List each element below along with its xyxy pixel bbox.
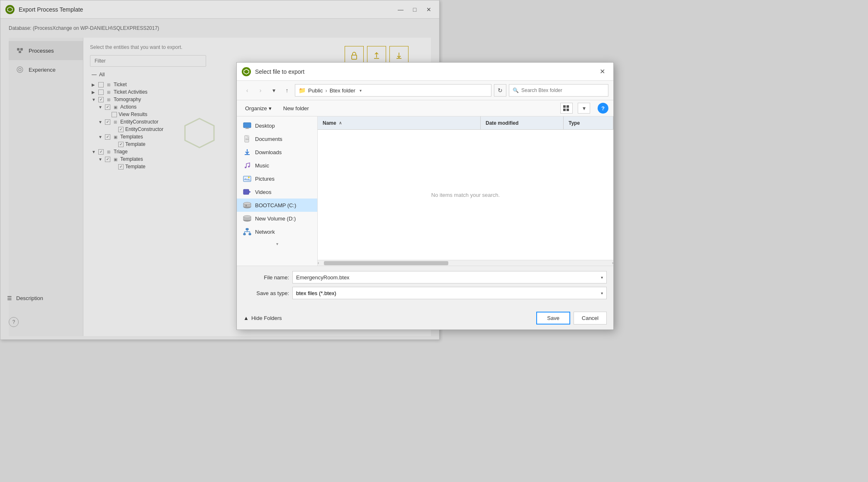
col-name-sort-icon: ∧ <box>339 121 342 125</box>
dialog-close-btn[interactable]: ✕ <box>596 65 608 78</box>
new-folder-label: New folder <box>283 105 309 111</box>
save-btn[interactable]: Save <box>536 312 570 325</box>
hide-folders-btn[interactable]: ▲ Hide Folders <box>243 315 282 321</box>
forward-btn[interactable]: › <box>255 85 266 96</box>
dialog-help-btn[interactable]: ? <box>598 103 608 114</box>
desktop-label: Desktop <box>255 123 275 129</box>
nav-bar: ‹ › ▾ ↑ 📁 Public › Btex folder ▾ ↻ 🔍 <box>237 81 613 100</box>
breadcrumb-current[interactable]: Btex folder <box>330 87 355 94</box>
view-btn[interactable] <box>560 103 573 114</box>
sidebar-item-network[interactable]: Network <box>237 225 317 238</box>
filename-dropdown-arrow[interactable]: ▾ <box>601 275 603 280</box>
svg-rect-15 <box>245 128 249 129</box>
svg-rect-11 <box>563 109 566 111</box>
file-content: Name ∧ Date modified Type No items match… <box>318 116 613 266</box>
downloads-label: Downloads <box>255 149 282 155</box>
organize-arrow: ▾ <box>269 105 272 111</box>
scroll-right-btn[interactable]: › <box>612 261 613 265</box>
music-label: Music <box>255 162 269 169</box>
hide-folders-arrow: ▲ <box>243 315 249 321</box>
dialog-footer: ▲ Hide Folders Save Cancel <box>237 308 613 329</box>
dialog-app-icon <box>242 67 251 76</box>
svg-rect-34 <box>243 233 246 235</box>
col-type-label: Type <box>569 120 580 126</box>
documents-label: Documents <box>255 136 282 142</box>
savetype-row: Save as type: btex files (*.btex) ▾ <box>243 287 607 299</box>
svg-point-29 <box>243 202 251 205</box>
col-name-label: Name <box>323 120 336 126</box>
dialog-bottom: File name: EmergencyRoom.btex ▾ Save as … <box>237 266 613 308</box>
search-icon: 🔍 <box>513 87 519 93</box>
svg-point-22 <box>248 166 250 167</box>
svg-marker-26 <box>249 191 251 193</box>
svg-rect-33 <box>246 228 248 230</box>
file-empty-area: No items match your search. <box>318 130 613 260</box>
new-folder-btn[interactable]: New folder <box>280 104 312 113</box>
hide-folders-label: Hide Folders <box>251 315 282 321</box>
dialog-title: Select file to export <box>255 68 596 75</box>
cancel-btn[interactable]: Cancel <box>574 312 607 325</box>
network-label: Network <box>255 229 275 235</box>
dialog-overlay: Select file to export ✕ ‹ › ▾ ↑ 📁 Public… <box>0 0 868 482</box>
scroll-left-btn[interactable]: ‹ <box>318 261 319 265</box>
file-content-header: Name ∧ Date modified Type <box>318 116 613 130</box>
sidebar-item-documents[interactable]: Documents <box>237 132 317 145</box>
sidebar-item-videos[interactable]: Videos <box>237 185 317 199</box>
music-icon <box>243 162 252 169</box>
filename-value: EmergencyRoom.btex <box>296 274 350 281</box>
scrollbar-thumb-horiz[interactable] <box>324 261 448 265</box>
sidebar-item-newvolume[interactable]: New Volume (D:) <box>237 212 317 225</box>
col-header-name[interactable]: Name ∧ <box>318 116 481 129</box>
svg-point-24 <box>248 177 250 178</box>
sidebar-item-bootcamp[interactable]: BOOTCAMP (C:) <box>237 199 317 212</box>
svg-rect-12 <box>567 109 569 111</box>
search-input[interactable] <box>521 87 605 93</box>
documents-icon <box>243 135 252 143</box>
svg-marker-8 <box>244 69 249 74</box>
sidebar-item-downloads[interactable]: Downloads <box>237 145 317 159</box>
savetype-select[interactable]: btex files (*.btex) ▾ <box>292 287 607 299</box>
dialog-titlebar: Select file to export ✕ <box>237 63 613 81</box>
svg-point-32 <box>243 216 251 218</box>
newvolume-icon <box>243 215 252 222</box>
dialog-body: Desktop Documents <box>237 116 613 266</box>
svg-rect-25 <box>243 189 249 194</box>
horizontal-scrollbar[interactable]: ‹ › <box>318 260 613 266</box>
footer-actions: Save Cancel <box>536 312 607 325</box>
sidebar-item-music[interactable]: Music <box>237 159 317 172</box>
svg-rect-10 <box>567 105 569 108</box>
breadcrumb-expand-icon[interactable]: ▾ <box>360 88 362 93</box>
col-date-label: Date modified <box>486 120 518 126</box>
svg-rect-23 <box>243 176 251 182</box>
sidebar-item-desktop[interactable]: Desktop <box>237 119 317 132</box>
newvolume-label: New Volume (D:) <box>255 216 296 222</box>
bootcamp-label: BOOTCAMP (C:) <box>255 202 296 208</box>
svg-point-21 <box>245 167 246 168</box>
dialog-toolbar: Organize ▾ New folder ▾ ? <box>237 100 613 116</box>
filename-label: File name: <box>243 274 289 281</box>
svg-rect-35 <box>249 233 251 235</box>
downloads-icon <box>243 148 252 156</box>
back-btn[interactable]: ‹ <box>242 85 253 96</box>
col-header-type[interactable]: Type <box>564 116 613 129</box>
col-header-date[interactable]: Date modified <box>481 116 564 129</box>
svg-rect-9 <box>563 105 566 108</box>
organize-btn[interactable]: Organize ▾ <box>242 104 275 113</box>
savetype-dropdown-arrow[interactable]: ▾ <box>601 291 603 295</box>
breadcrumb-bar: 📁 Public › Btex folder ▾ <box>295 84 491 97</box>
pictures-icon <box>243 175 252 182</box>
filename-input[interactable]: EmergencyRoom.btex ▾ <box>292 271 607 283</box>
sidebar-scroll-down[interactable]: ▾ <box>237 242 317 246</box>
breadcrumb-public[interactable]: Public <box>308 87 323 94</box>
pictures-label: Pictures <box>255 176 275 182</box>
up-btn[interactable]: ↑ <box>282 85 292 96</box>
dropdown-btn[interactable]: ▾ <box>268 85 279 96</box>
view-dropdown-btn[interactable]: ▾ <box>578 103 590 114</box>
desktop-icon <box>243 122 252 129</box>
breadcrumb-folder-icon: 📁 <box>299 87 306 94</box>
refresh-btn[interactable]: ↻ <box>494 84 506 97</box>
videos-icon <box>243 188 252 196</box>
empty-message: No items match your search. <box>431 192 500 198</box>
sidebar-item-pictures[interactable]: Pictures <box>237 172 317 185</box>
savetype-label: Save as type: <box>243 290 289 296</box>
